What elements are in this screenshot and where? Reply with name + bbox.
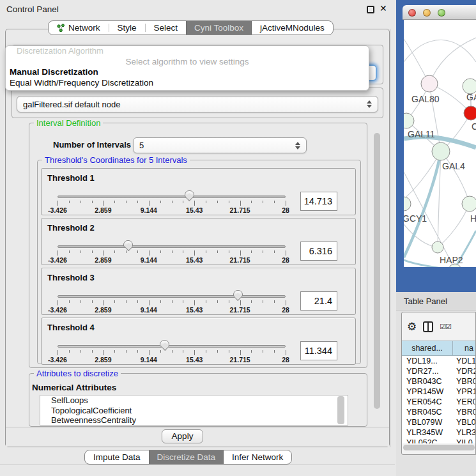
- network-node[interactable]: [432, 142, 450, 160]
- vertical-scrollbar[interactable]: [374, 133, 380, 409]
- table-row[interactable]: YBL079WYBL0: [402, 417, 476, 427]
- tick-mark: [251, 350, 252, 353]
- algorithm-option-equal-width[interactable]: Equal Width/Frequency Discretization: [10, 78, 153, 88]
- tab-impute-data[interactable]: Impute Data: [85, 450, 149, 464]
- tick-mark: [149, 250, 150, 256]
- tab-label: jActiveMNodules: [260, 23, 325, 33]
- algorithm-option-manual[interactable]: Manual Discretization: [10, 67, 98, 77]
- table-row[interactable]: YDL19...YDL1: [402, 356, 476, 366]
- node-label: C: [472, 121, 476, 132]
- tick-label: 9.144: [130, 256, 168, 264]
- attribute-list-item[interactable]: BetweennessCentrality: [40, 415, 348, 426]
- network-node[interactable]: [404, 197, 411, 211]
- close-traffic-light-icon[interactable]: [408, 9, 416, 17]
- table-row[interactable]: YER054CYER0: [402, 397, 476, 407]
- cell-name: YIL0: [453, 438, 473, 443]
- cell-name: YBR0: [453, 407, 476, 417]
- gear-icon[interactable]: ⚙: [407, 321, 417, 332]
- table-row[interactable]: YIL052CYIL0: [402, 438, 476, 443]
- thresholds-group: Threshold's Coordinates for 5 Intervals …: [37, 160, 361, 364]
- tab-discretize-data[interactable]: Discretize Data: [149, 450, 224, 464]
- tab-infer-network[interactable]: Infer Network: [224, 450, 291, 464]
- tick-mark: [137, 201, 138, 203]
- tick-mark: [229, 201, 229, 203]
- cell-name: YBL0: [453, 417, 476, 427]
- slider-thumb[interactable]: [123, 240, 133, 247]
- tick-mark: [149, 300, 150, 305]
- tick-mark: [217, 250, 218, 253]
- network-node[interactable]: [464, 106, 476, 120]
- threshold-label: Threshold 1: [47, 173, 95, 183]
- tick-mark: [274, 201, 275, 203]
- table-row[interactable]: YLR345WYLR3: [402, 427, 476, 438]
- tick-mark: [240, 250, 241, 256]
- attributes-list-scrollbar[interactable]: [337, 396, 344, 424]
- threshold-value-field[interactable]: 11.344: [300, 341, 337, 360]
- network-node[interactable]: [462, 196, 476, 211]
- tab-jactivemnodules[interactable]: jActiveMNodules: [252, 21, 333, 35]
- table-row[interactable]: YPR145WYPR1: [402, 387, 476, 397]
- tick-mark: [251, 201, 252, 203]
- table-row[interactable]: YBR043CYBR0: [402, 376, 476, 387]
- table-row[interactable]: YBR045CYBR0: [402, 407, 476, 417]
- slider-track[interactable]: [58, 196, 286, 198]
- slider-thumb[interactable]: [160, 340, 169, 347]
- network-view-canvas[interactable]: GAL80GACGAL11GAL4GCY1HHAP2: [404, 20, 476, 267]
- column-header-shared[interactable]: shared...: [402, 341, 453, 356]
- tick-mark: [286, 201, 286, 206]
- attribute-list-item[interactable]: TopologicalCoefficient: [40, 406, 348, 416]
- tick-mark: [263, 350, 263, 353]
- slider-thumb[interactable]: [233, 290, 243, 297]
- slider-ticks: [58, 300, 286, 306]
- tab-select[interactable]: Select: [146, 21, 187, 35]
- tab-cyni-toolbox[interactable]: Cyni Toolbox: [186, 21, 252, 35]
- close-icon[interactable]: ✕: [380, 3, 387, 13]
- zoom-traffic-light-icon[interactable]: [438, 9, 445, 17]
- tick-label: 21.715: [221, 306, 259, 314]
- tick-mark: [137, 250, 138, 253]
- slider-track[interactable]: [58, 295, 286, 298]
- slider-track[interactable]: [58, 245, 286, 248]
- tab-style[interactable]: Style: [109, 21, 145, 35]
- apply-button[interactable]: Apply: [162, 429, 203, 443]
- table-row[interactable]: YDR27...YDR2: [402, 366, 476, 376]
- threshold-value-field[interactable]: 6.316: [300, 242, 337, 261]
- cyni-mode-tabs: Impute Data Discretize Data Infer Networ…: [84, 450, 292, 464]
- cell-shared-name: YBR045C: [402, 407, 453, 417]
- slider-thumb[interactable]: [185, 190, 194, 197]
- tick-mark: [183, 350, 183, 353]
- threshold-value-field[interactable]: 21.4: [300, 291, 337, 311]
- tick-mark: [114, 350, 115, 353]
- network-node[interactable]: [421, 75, 438, 92]
- network-node[interactable]: [432, 242, 443, 253]
- tick-label: -3.426: [38, 306, 77, 314]
- cell-shared-name: YDR27...: [402, 366, 453, 376]
- threshold-value-field[interactable]: 14.713: [300, 192, 337, 211]
- column-header-name[interactable]: na: [453, 341, 476, 356]
- numerical-attributes-list[interactable]: SelfLoopsTopologicalCoefficientBetweenne…: [40, 395, 348, 426]
- minimize-traffic-light-icon[interactable]: [423, 9, 431, 17]
- tick-label: -3.426: [38, 356, 77, 364]
- tick-mark: [206, 250, 206, 253]
- tab-label: Network: [68, 23, 100, 33]
- tick-mark: [286, 300, 286, 305]
- tick-mark: [58, 350, 58, 355]
- slider-track[interactable]: [58, 345, 286, 348]
- number-of-intervals-combobox[interactable]: 5: [133, 137, 307, 153]
- cell-name: YDL1: [453, 356, 476, 366]
- tab-network[interactable]: Network: [49, 21, 109, 35]
- table-rows[interactable]: YDL19...YDL1YDR27...YDR2YBR043CYBR0YPR14…: [402, 356, 476, 443]
- column-view-icon[interactable]: [423, 321, 433, 332]
- control-panel-tabs: Network Style Select Cyni Toolbox jActiv…: [48, 20, 334, 35]
- horizontal-scrollbar[interactable]: [403, 445, 475, 450]
- tick-mark: [126, 201, 127, 203]
- tick-mark: [274, 350, 275, 353]
- tick-mark: [114, 250, 115, 253]
- checkbox-icons[interactable]: ☑☑: [440, 323, 451, 331]
- float-window-icon[interactable]: [367, 6, 374, 13]
- network-window-titlebar[interactable]: [403, 5, 476, 20]
- attribute-list-item[interactable]: SelfLoops: [40, 395, 348, 406]
- tick-mark: [58, 250, 58, 256]
- tick-mark: [81, 250, 81, 253]
- tick-mark: [81, 350, 81, 353]
